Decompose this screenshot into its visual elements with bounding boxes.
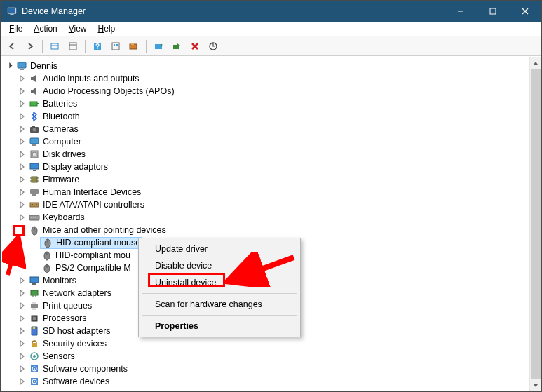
context-menu-item[interactable]: Properties <box>141 318 298 334</box>
minimize-button[interactable] <box>445 1 477 22</box>
expand-icon[interactable] <box>18 326 27 336</box>
category-label: Print queues <box>43 301 92 311</box>
menu-file[interactable]: File <box>4 23 28 34</box>
collapse-icon[interactable] <box>5 61 15 71</box>
expand-icon[interactable] <box>18 74 27 83</box>
update-driver-button[interactable] <box>150 39 167 54</box>
svg-rect-47 <box>31 217 32 218</box>
category-label: Processors <box>43 313 87 323</box>
lock-icon <box>29 338 40 349</box>
context-menu-item[interactable]: Uninstall device <box>141 274 298 291</box>
tree-category[interactable]: Firmware <box>2 173 540 186</box>
expand-icon[interactable] <box>18 149 27 159</box>
expand-icon[interactable] <box>18 301 27 311</box>
tree-category[interactable]: Computer <box>2 135 540 148</box>
expand-icon[interactable] <box>18 288 27 298</box>
svg-rect-65 <box>32 308 36 310</box>
action-button[interactable] <box>107 39 124 54</box>
tree-category[interactable]: Audio inputs and outputs <box>2 72 540 85</box>
svg-rect-13 <box>112 43 119 50</box>
collapse-icon[interactable] <box>18 225 27 235</box>
category-label: Human Interface Devices <box>43 187 141 197</box>
context-menu-item[interactable]: Scan for hardware changes <box>141 296 298 313</box>
vertical-scrollbar[interactable] <box>529 57 541 391</box>
svg-point-45 <box>36 204 37 205</box>
svg-rect-42 <box>32 194 36 196</box>
tree-category[interactable]: Software devices <box>2 375 540 388</box>
expand-icon[interactable] <box>18 187 27 197</box>
svg-rect-43 <box>30 203 39 207</box>
app-icon <box>6 6 18 17</box>
tree-category[interactable]: Software components <box>2 363 540 375</box>
tree-root[interactable]: Dennis <box>2 60 540 72</box>
disable-device-button[interactable] <box>168 39 185 54</box>
tree-category[interactable]: Disk drives <box>2 148 540 161</box>
uninstall-device-button[interactable] <box>187 39 203 54</box>
tree-category[interactable]: Human Interface Devices <box>2 186 540 198</box>
expand-icon[interactable] <box>18 339 27 349</box>
expand-icon[interactable] <box>18 111 27 121</box>
speaker-icon <box>29 86 40 97</box>
scroll-thumb[interactable] <box>531 69 541 379</box>
svg-rect-60 <box>31 290 38 295</box>
tree-view[interactable]: DennisAudio inputs and outputsAudio Proc… <box>1 57 541 391</box>
expand-icon[interactable] <box>18 377 27 386</box>
expand-icon[interactable] <box>18 364 27 374</box>
expand-icon[interactable] <box>18 175 27 184</box>
svg-point-33 <box>32 152 36 156</box>
tree-category[interactable]: Audio Processing Objects (APOs) <box>2 85 540 97</box>
properties-button[interactable] <box>65 39 81 54</box>
menu-action[interactable]: Action <box>28 23 62 34</box>
tree-category[interactable]: Mice and other pointing devices <box>2 224 540 236</box>
expand-icon[interactable] <box>18 137 27 147</box>
legacy-button[interactable] <box>126 39 142 54</box>
expand-icon[interactable] <box>18 212 27 222</box>
category-label: Batteries <box>43 99 77 109</box>
forward-button[interactable] <box>22 39 39 54</box>
expand-icon[interactable] <box>18 124 27 134</box>
titlebar: Device Manager <box>1 1 541 22</box>
tree-category[interactable]: Display adaptors <box>2 161 540 173</box>
svg-rect-14 <box>114 44 115 46</box>
scan-hardware-button[interactable] <box>205 39 222 54</box>
expand-icon[interactable] <box>18 162 27 172</box>
category-label: Monitors <box>43 276 76 285</box>
expand-icon[interactable] <box>18 351 27 361</box>
expand-icon[interactable] <box>18 99 27 109</box>
scroll-up-button[interactable] <box>530 57 541 69</box>
network-icon <box>29 288 40 299</box>
svg-rect-16 <box>130 44 137 49</box>
mouse-icon <box>41 262 53 273</box>
scroll-down-button[interactable] <box>530 379 541 391</box>
close-button[interactable] <box>509 1 541 22</box>
expand-icon[interactable] <box>18 313 27 323</box>
category-label: Display adaptors <box>43 162 108 172</box>
expand-icon[interactable] <box>18 86 27 96</box>
svg-rect-58 <box>30 277 39 283</box>
tree-category[interactable]: Keyboards <box>2 211 540 224</box>
show-hidden-button[interactable] <box>46 39 63 54</box>
svg-rect-15 <box>116 44 118 46</box>
computer-icon <box>16 60 27 72</box>
context-menu-item[interactable]: Disable device <box>141 257 298 274</box>
tree-category[interactable]: IDE ATA/ATAPI controllers <box>2 198 540 211</box>
menu-help[interactable]: Help <box>93 23 121 34</box>
tree-category[interactable]: Bluetooth <box>2 110 540 123</box>
help-button[interactable]: ? <box>89 39 106 54</box>
expand-icon[interactable] <box>18 200 27 210</box>
category-label: Firmware <box>43 175 79 184</box>
keyboard-icon <box>29 212 40 223</box>
tree-category[interactable]: Sensors <box>2 350 540 363</box>
svg-rect-23 <box>18 62 26 68</box>
root-label: Dennis <box>30 61 57 71</box>
maximize-button[interactable] <box>477 1 509 22</box>
menu-view[interactable]: View <box>63 23 93 34</box>
ide-icon <box>29 199 40 210</box>
tree-category[interactable]: Batteries <box>2 97 540 110</box>
back-button[interactable] <box>4 39 20 54</box>
svg-rect-34 <box>30 163 39 169</box>
tree-category[interactable]: Security devices <box>2 337 540 350</box>
tree-category[interactable]: Cameras <box>2 123 540 135</box>
context-menu-item[interactable]: Update driver <box>141 241 298 257</box>
expand-icon[interactable] <box>18 276 27 285</box>
